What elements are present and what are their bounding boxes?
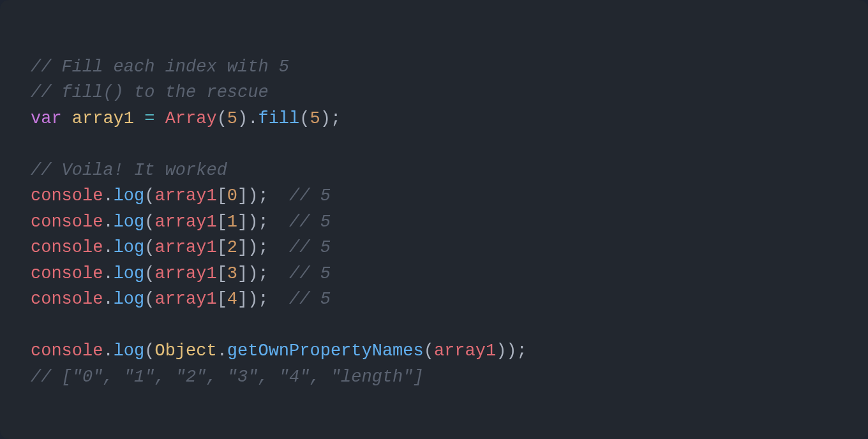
result-1: // 5 — [289, 212, 331, 232]
number-5b: 5 — [310, 109, 320, 128]
console-obj-1: console — [31, 212, 103, 232]
arr-ref-0: array1 — [154, 186, 216, 205]
comment-line-2: // fill() to the rescue — [31, 83, 269, 102]
result-3: // 5 — [289, 264, 331, 283]
index-4: 4 — [227, 290, 237, 309]
object-global: Object — [154, 341, 216, 361]
log-fn-4: log — [114, 290, 145, 309]
paren-open-2: ( — [299, 109, 310, 128]
semicolon: ; — [331, 109, 341, 128]
paren-open: ( — [217, 109, 227, 128]
identifier-array1: array1 — [72, 109, 134, 128]
log-fn-5: log — [114, 341, 145, 361]
arr-ref-5: array1 — [434, 341, 496, 361]
paren-close: ) — [237, 109, 248, 128]
log-fn-2: log — [114, 238, 145, 257]
comment-line-3: // Voila! It worked — [31, 161, 227, 180]
ctor-array: Array — [165, 109, 217, 128]
get-own-property-names: getOwnPropertyNames — [227, 341, 424, 361]
result-0: // 5 — [289, 186, 331, 205]
console-obj-4: console — [31, 290, 103, 309]
arr-ref-1: array1 — [154, 212, 216, 232]
log-fn-1: log — [114, 212, 145, 232]
paren-close-2: ) — [320, 109, 331, 128]
console-obj-0: console — [31, 186, 103, 205]
console-obj-2: console — [31, 238, 103, 257]
operator-equals: = — [144, 109, 154, 128]
comment-line-1: // Fill each index with 5 — [31, 57, 289, 77]
dot: . — [248, 109, 258, 128]
arr-ref-3: array1 — [154, 264, 216, 283]
index-3: 3 — [227, 264, 237, 283]
method-fill: fill — [258, 109, 299, 128]
index-2: 2 — [227, 238, 237, 257]
console-obj-5: console — [31, 341, 103, 361]
code-block: // Fill each index with 5 // fill() to t… — [0, 0, 868, 439]
result-array: // ["0", "1", "2", "3", "4", "length"] — [31, 368, 424, 387]
arr-ref-2: array1 — [154, 238, 216, 257]
log-fn-3: log — [114, 264, 145, 283]
result-4: // 5 — [289, 290, 331, 309]
console-obj-3: console — [31, 264, 103, 283]
log-fn-0: log — [114, 186, 145, 205]
result-2: // 5 — [289, 238, 331, 257]
keyword-var: var — [31, 109, 62, 128]
index-0: 0 — [227, 186, 237, 205]
number-5a: 5 — [227, 109, 237, 128]
arr-ref-4: array1 — [154, 290, 216, 309]
index-1: 1 — [227, 212, 237, 232]
